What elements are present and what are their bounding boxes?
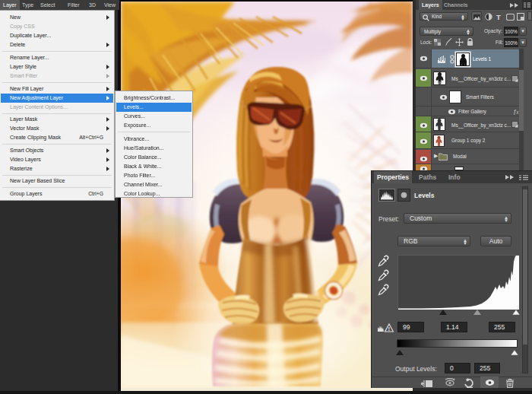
svg-text:!: ! <box>388 326 391 332</box>
